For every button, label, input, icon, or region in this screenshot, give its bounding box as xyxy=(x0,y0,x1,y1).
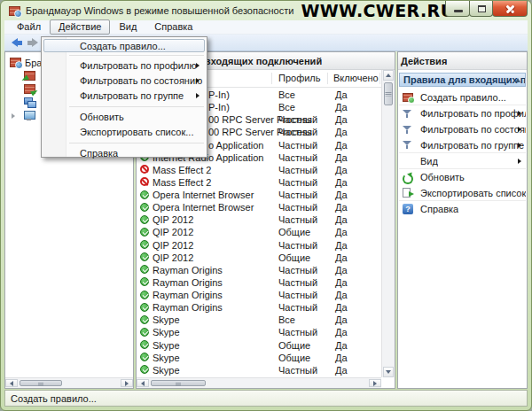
actions-group-header[interactable]: Правила для входящих подкл... xyxy=(399,73,526,87)
minimize-button[interactable] xyxy=(445,1,470,17)
menu-item-filter-by-profile[interactable]: Фильтровать по профилю xyxy=(42,58,207,74)
table-row[interactable]: SkypeЧастныйДа xyxy=(137,364,381,376)
list-vscrollbar[interactable] xyxy=(381,70,395,377)
rule-profile: Частный xyxy=(278,326,317,338)
action-item-filter-by-state[interactable]: Фильтровать по состоян... xyxy=(399,121,526,137)
rule-profile: Частный xyxy=(278,151,317,164)
scroll-left-button[interactable] xyxy=(137,379,149,387)
rule-profile: Частный xyxy=(278,301,317,314)
forward-button[interactable] xyxy=(27,37,38,48)
hscroll-thumb[interactable] xyxy=(20,380,62,386)
actions-title: Действия xyxy=(398,52,527,70)
rule-name: Mass Effect 2 xyxy=(153,164,272,176)
table-row[interactable]: Mass Effect 2ЧастныйДа xyxy=(137,164,381,176)
menu-separator xyxy=(69,55,204,56)
action-item-help[interactable]: Справка xyxy=(399,201,526,217)
menu-item-export-list[interactable]: Экспортировать список... xyxy=(42,125,207,140)
table-row[interactable]: QIP 2012ЧастныйДа xyxy=(137,213,381,226)
maximize-icon xyxy=(478,5,486,12)
table-row[interactable]: SkypeВсеДа xyxy=(137,314,381,326)
column-header-profile[interactable]: Профиль xyxy=(278,73,321,83)
maximize-button[interactable] xyxy=(469,1,493,17)
action-item-filter-by-group[interactable]: Фильтровать по группе xyxy=(399,137,526,153)
rule-profile: Все xyxy=(278,314,295,326)
table-row[interactable]: Rayman OriginsЧастныйДа xyxy=(137,301,381,314)
menubar-item-action[interactable]: Действие xyxy=(50,19,110,35)
action-item-refresh[interactable]: Обновить xyxy=(399,169,526,185)
rule-name: Opera Internet Browser xyxy=(153,201,272,213)
scroll-right-button[interactable] xyxy=(369,379,381,387)
submenu-arrow-icon xyxy=(518,111,521,116)
menubar-item-help[interactable]: Справка xyxy=(145,19,201,35)
menubar-item-view[interactable]: Вид xyxy=(110,19,145,35)
table-row[interactable]: SkypeОбщиеДа xyxy=(137,339,381,352)
rule-profile: Частный xyxy=(278,126,317,138)
submenu-arrow-icon xyxy=(518,143,521,148)
table-row[interactable]: Opera Internet BrowserЧастныйДа xyxy=(137,189,381,201)
rule-profile: Частный xyxy=(278,239,317,252)
allow-icon xyxy=(140,265,149,274)
close-button[interactable] xyxy=(492,1,528,17)
rule-enabled: Да xyxy=(335,264,348,276)
firewall-icon xyxy=(10,58,21,67)
submenu-arrow-icon xyxy=(518,127,521,132)
column-separator[interactable] xyxy=(327,73,328,84)
rule-profile: Частный xyxy=(278,201,317,213)
scroll-up-button[interactable] xyxy=(383,70,394,81)
menu-item-filter-by-group[interactable]: Фильтровать по группе xyxy=(42,89,207,104)
table-row[interactable]: Rayman OriginsЧастныйДа xyxy=(137,289,381,301)
allow-icon xyxy=(140,228,149,237)
block-icon xyxy=(140,177,149,186)
menu-item-help[interactable]: Справка xyxy=(42,146,207,161)
rule-enabled: Да xyxy=(335,164,348,176)
scroll-right-icon xyxy=(125,381,129,386)
table-row[interactable]: SkypeЧастныйДа xyxy=(137,326,381,338)
column-separator[interactable] xyxy=(379,73,380,84)
column-header-enabled[interactable]: Включено xyxy=(333,73,379,83)
allow-icon xyxy=(140,277,149,286)
back-button[interactable] xyxy=(12,37,22,48)
rule-profile: Частный xyxy=(278,113,317,126)
help-icon xyxy=(403,204,413,214)
hscroll-thumb[interactable] xyxy=(151,380,206,386)
rule-enabled: Да xyxy=(335,201,348,213)
collapse-icon[interactable] xyxy=(515,78,520,82)
action-item-filter-by-profile[interactable]: Фильтровать по профилю xyxy=(399,105,526,121)
action-item-view[interactable]: Вид xyxy=(399,153,526,169)
action-item-export-list[interactable]: Экспортировать список... xyxy=(399,185,526,201)
sidebar-item-label: Бра xyxy=(25,58,42,68)
menu-item-create-rule[interactable]: Создать правило... xyxy=(43,39,205,52)
column-separator[interactable] xyxy=(271,73,272,84)
close-icon xyxy=(493,1,527,16)
table-row[interactable]: SkypeОбщиеДа xyxy=(137,352,381,364)
rule-enabled: Да xyxy=(335,213,348,226)
rule-enabled: Да xyxy=(335,151,348,164)
scroll-right-button[interactable] xyxy=(121,379,133,387)
action-dropdown-menu: Создать правило...Фильтровать по профилю… xyxy=(41,36,207,158)
vscroll-thumb[interactable] xyxy=(384,82,393,105)
export-icon xyxy=(403,188,411,198)
table-row[interactable]: QIP 2012ОбщиеДа xyxy=(137,226,381,238)
action-item-create-rule[interactable]: Создать правило... xyxy=(399,89,526,105)
allow-icon xyxy=(140,203,149,212)
table-row[interactable]: Mass Effect 2ЧастныйДа xyxy=(137,176,381,189)
menubar-item-file[interactable]: Файл xyxy=(8,19,50,35)
scroll-left-button[interactable] xyxy=(5,379,18,387)
table-row[interactable]: Rayman OriginsЧастныйДа xyxy=(137,276,381,289)
list-hscrollbar[interactable] xyxy=(137,377,381,388)
table-row[interactable]: QIP 2012ОбщиеДа xyxy=(137,252,381,264)
table-row[interactable]: Rayman OriginsЧастныйДа xyxy=(137,264,381,276)
expander-icon[interactable] xyxy=(12,113,15,119)
menu-separator xyxy=(69,106,204,107)
action-item-label: Обновить xyxy=(420,172,465,182)
allow-icon xyxy=(140,190,149,199)
menu-separator xyxy=(69,143,204,143)
table-row[interactable]: Opera Internet BrowserЧастныйДа xyxy=(137,201,381,213)
scroll-down-button[interactable] xyxy=(383,367,394,377)
table-row[interactable]: QIP 2012ЧастныйДа xyxy=(137,239,381,252)
allow-icon xyxy=(140,215,149,224)
tree-hscrollbar[interactable] xyxy=(5,377,133,388)
submenu-arrow-icon xyxy=(196,93,200,98)
menu-item-refresh[interactable]: Обновить xyxy=(42,110,207,125)
menu-item-filter-by-state[interactable]: Фильтровать по состоянию xyxy=(42,74,207,89)
